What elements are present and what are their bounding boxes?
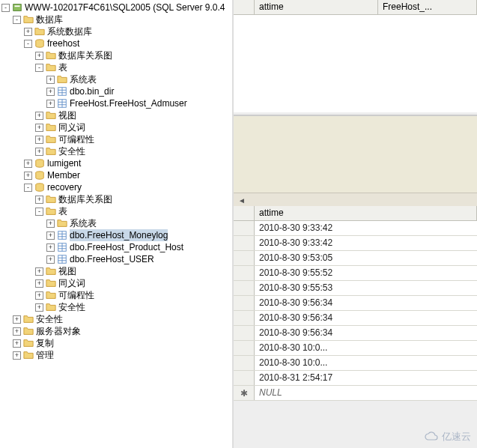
tree-node-programmability[interactable]: + 可编程性 <box>1 133 231 145</box>
cell-attime[interactable]: 2010-8-30 10:0... <box>255 356 477 370</box>
table-row[interactable]: 2010-8-30 9:55:52 <box>234 266 477 281</box>
cell-attime[interactable]: 2010-8-30 9:55:52 <box>255 266 477 280</box>
cell-attime[interactable]: 2010-8-30 9:56:34 <box>255 326 477 340</box>
tree-node-dbdiagram[interactable]: + 数据库关系图 <box>1 193 231 205</box>
tree-node-table-bin[interactable]: + dbo.bin_dir <box>1 85 231 97</box>
tree-node-table-admuser[interactable]: + FreeHost.FreeHost_Admuser <box>1 97 231 109</box>
expand-icon[interactable]: + <box>46 243 55 252</box>
cell-attime[interactable]: 2010-8-30 9:56:34 <box>255 311 477 325</box>
tree-node-freehost[interactable]: - freehost <box>1 37 231 49</box>
bottom-grid[interactable]: attime 2010-8-30 9:33:422010-8-30 9:33:4… <box>234 206 477 448</box>
table-row[interactable]: 2010-8-30 9:53:05 <box>234 251 477 266</box>
row-header[interactable] <box>234 371 255 385</box>
row-header[interactable] <box>234 251 255 265</box>
collapse-icon[interactable]: - <box>24 40 32 48</box>
row-header[interactable] <box>234 266 255 280</box>
column-header-freehost[interactable]: FreeHost_... <box>378 0 477 14</box>
scrollbar-track[interactable]: ◄ <box>234 193 477 206</box>
collapse-icon[interactable]: - <box>24 184 32 192</box>
column-header-attime[interactable]: attime <box>255 206 477 220</box>
expand-icon[interactable]: + <box>35 291 43 300</box>
tree-node-synonyms[interactable]: + 同义词 <box>1 121 231 133</box>
splitter[interactable]: ◄ <box>234 116 477 206</box>
table-row[interactable]: 2010-8-30 9:56:34 <box>234 326 477 341</box>
cell-attime[interactable]: 2010-8-31 2:54:17 <box>255 371 477 385</box>
cell-null[interactable]: NULL <box>255 386 477 400</box>
expand-icon[interactable]: + <box>35 124 43 132</box>
tree-node-security-top[interactable]: + 安全性 <box>1 313 231 325</box>
cell-attime[interactable]: 2010-8-30 9:53:05 <box>255 251 477 265</box>
row-header[interactable] <box>234 326 255 340</box>
cell-attime[interactable]: 2010-8-30 10:0... <box>255 341 477 355</box>
collapse-icon[interactable]: - <box>35 64 43 72</box>
row-header[interactable] <box>234 311 255 325</box>
expand-icon[interactable]: + <box>13 315 21 324</box>
table-row[interactable]: 2010-8-30 10:0... <box>234 341 477 356</box>
tree-node-views[interactable]: + 视图 <box>1 265 231 277</box>
expand-icon[interactable]: + <box>46 255 55 264</box>
expand-icon[interactable]: + <box>13 327 21 336</box>
table-row[interactable]: 2010-8-30 9:33:42 <box>234 221 477 236</box>
tree-node-table-producthost[interactable]: + dbo.FreeHost_Product_Host <box>1 241 231 253</box>
tree-node-recovery[interactable]: - recovery <box>1 181 231 193</box>
tree-node-systables[interactable]: + 系统表 <box>1 73 231 85</box>
expand-icon[interactable]: + <box>35 148 43 156</box>
tree-node-tables[interactable]: - 表 <box>1 205 231 217</box>
expand-icon[interactable]: + <box>35 136 43 144</box>
row-header[interactable] <box>234 236 255 250</box>
expand-icon[interactable]: + <box>46 220 55 228</box>
tree-node-server-objects[interactable]: + 服务器对象 <box>1 325 231 337</box>
expand-icon[interactable]: + <box>24 160 32 168</box>
expand-icon[interactable]: + <box>35 303 43 312</box>
tree-node-tables[interactable]: - 表 <box>1 61 231 73</box>
tree-node-dbdiagram[interactable]: + 数据库关系图 <box>1 49 231 61</box>
expand-icon[interactable]: + <box>13 339 21 348</box>
collapse-icon[interactable]: - <box>1 4 10 12</box>
tree-node-databases[interactable]: - 数据库 <box>1 13 231 25</box>
tree-node-lumigent[interactable]: + lumigent <box>1 157 231 169</box>
tree-node-management[interactable]: + 管理 <box>1 349 231 361</box>
expand-icon[interactable]: + <box>35 196 43 204</box>
cell-attime[interactable]: 2010-8-30 9:55:53 <box>255 281 477 295</box>
tree-node-sysdb[interactable]: + 系统数据库 <box>1 25 231 37</box>
tree-node-synonyms[interactable]: + 同义词 <box>1 277 231 289</box>
tree-node-replication[interactable]: + 复制 <box>1 337 231 349</box>
top-grid[interactable]: attime FreeHost_... <box>234 0 477 116</box>
table-row[interactable]: 2010-8-31 2:54:17 <box>234 371 477 386</box>
cell-attime[interactable]: 2010-8-30 9:56:34 <box>255 296 477 310</box>
row-header[interactable] <box>234 281 255 295</box>
tree-node-table-moneylog[interactable]: + dbo.FreeHost_Moneylog <box>1 229 231 241</box>
collapse-icon[interactable]: - <box>13 16 21 24</box>
table-row[interactable]: 2010-8-30 9:33:42 <box>234 236 477 251</box>
table-row[interactable]: 2010-8-30 9:56:34 <box>234 311 477 326</box>
expand-icon[interactable]: + <box>35 279 43 288</box>
table-row[interactable]: 2010-8-30 9:56:34 <box>234 296 477 311</box>
tree-node-member[interactable]: + Member <box>1 169 231 181</box>
tree-node-programmability[interactable]: + 可编程性 <box>1 289 231 301</box>
expand-icon[interactable]: + <box>35 52 43 60</box>
row-header[interactable] <box>234 356 255 370</box>
expand-icon[interactable]: + <box>35 112 43 120</box>
object-explorer-tree[interactable]: - WWW-102017F4C61\SQL2005 (SQL Server 9.… <box>0 0 232 448</box>
tree-node-views[interactable]: + 视图 <box>1 109 231 121</box>
table-row[interactable]: 2010-8-30 10:0... <box>234 356 477 371</box>
row-header[interactable] <box>234 341 255 355</box>
tree-node-security-db[interactable]: + 安全性 <box>1 145 231 157</box>
collapse-icon[interactable]: - <box>35 208 43 216</box>
expand-icon[interactable]: + <box>46 76 55 84</box>
expand-icon[interactable]: + <box>46 100 55 108</box>
row-header[interactable] <box>234 221 255 235</box>
expand-icon[interactable]: + <box>24 172 32 180</box>
expand-icon[interactable]: + <box>35 267 43 276</box>
table-row[interactable]: 2010-8-30 9:55:53 <box>234 281 477 296</box>
column-header-attime[interactable]: attime <box>255 0 378 14</box>
cell-attime[interactable]: 2010-8-30 9:33:42 <box>255 236 477 250</box>
scroll-left-icon[interactable]: ◄ <box>238 196 246 205</box>
grid-body-empty[interactable] <box>234 15 477 112</box>
tree-node-server[interactable]: - WWW-102017F4C61\SQL2005 (SQL Server 9.… <box>1 1 231 13</box>
tree-node-systables[interactable]: + 系统表 <box>1 217 231 229</box>
table-new-row[interactable]: ✱ NULL <box>234 386 477 401</box>
cell-attime[interactable]: 2010-8-30 9:33:42 <box>255 221 477 235</box>
tree-node-security-db[interactable]: + 安全性 <box>1 301 231 313</box>
row-header[interactable] <box>234 296 255 310</box>
